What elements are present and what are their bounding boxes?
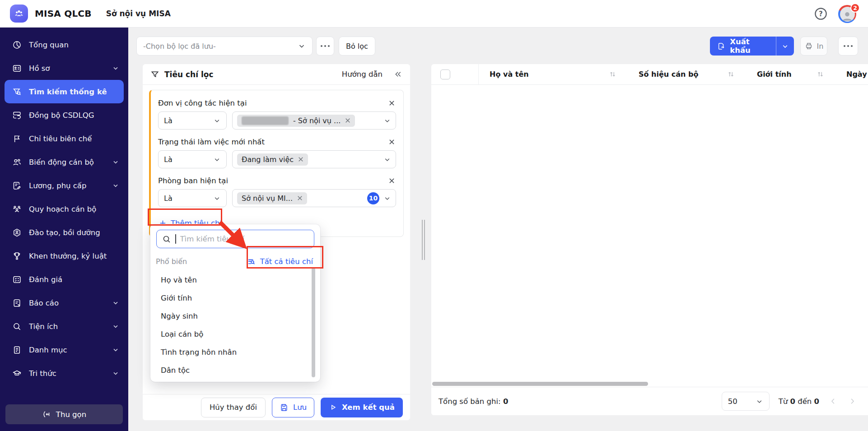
- dropdown-scrollbar[interactable]: [312, 268, 315, 377]
- sidebar-item-danh-gia[interactable]: Đánh giá: [0, 268, 128, 291]
- horizontal-scrollbar-thumb[interactable]: [432, 382, 648, 386]
- remove-criterion-icon[interactable]: [387, 99, 396, 107]
- sidebar-item-tong-quan[interactable]: Tổng quan: [0, 33, 128, 56]
- search-icon: [12, 322, 22, 331]
- chevron-down-icon: [781, 42, 789, 50]
- salary-doc-icon: [12, 181, 22, 190]
- value-multiselect[interactable]: Đang làm việc: [232, 150, 396, 168]
- criterion-header: Đơn vị công tác hiện tại: [158, 96, 396, 110]
- column-header-so-hieu-can-bo[interactable]: Số hiệu cán bộ: [628, 64, 746, 84]
- sort-icon[interactable]: [609, 71, 616, 78]
- pagination: 50 Từ 0 đến 0: [722, 392, 857, 411]
- sidebar-item-danh-muc[interactable]: Danh mục: [0, 338, 128, 361]
- printer-icon: [804, 42, 813, 51]
- chevron-down-icon: [112, 370, 119, 377]
- remove-chip-icon[interactable]: [345, 118, 350, 123]
- sort-icon[interactable]: [728, 71, 734, 78]
- sidebar-item-tien-ich[interactable]: Tiện ích: [0, 315, 128, 338]
- column-header-ho-va-ten[interactable]: Họ và tên: [479, 64, 628, 84]
- filter-panel-title: Tiêu chí lọc: [164, 70, 337, 79]
- org-name[interactable]: Sở nội vụ MISA: [106, 9, 171, 18]
- filter-chip: Đang làm việc: [237, 153, 308, 166]
- sidebar-item-dong-bo-csdlqg[interactable]: Đồng bộ CSDLQG: [0, 103, 128, 127]
- chevron-down-icon: [383, 156, 391, 163]
- chevron-down-icon: [112, 299, 119, 306]
- chevron-down-icon: [756, 398, 763, 405]
- sidebar-item-dao-tao-boi-duong[interactable]: Đào tạo, bồi dưỡng: [0, 221, 128, 244]
- criterion-label: Phòng ban hiện tại: [158, 176, 228, 185]
- criteria-option[interactable]: Loại cán bộ: [150, 325, 320, 343]
- sort-icon[interactable]: [817, 71, 824, 78]
- table-header-row: Họ và tên Số hiệu cán bộ Giới tính Ngày …: [431, 64, 868, 85]
- saved-filter-placeholder: -Chọn bộ lọc đã lưu-: [143, 42, 298, 51]
- criterion-row: Là Đang làm việc: [158, 150, 396, 168]
- collapse-panel-icon[interactable]: [394, 70, 402, 79]
- page-size-select[interactable]: 50: [722, 392, 770, 411]
- play-icon: [329, 403, 337, 412]
- sidebar-item-khen-thuong-ky-luat[interactable]: Khen thưởng, kỷ luật: [0, 244, 128, 268]
- next-page-icon[interactable]: [847, 396, 857, 406]
- chevron-down-icon: [112, 346, 119, 353]
- operator-select[interactable]: Là: [158, 111, 227, 130]
- export-split-button: Xuất khẩu: [710, 37, 794, 56]
- total-records-value: 0: [503, 397, 508, 406]
- more-actions-button[interactable]: [838, 37, 858, 56]
- export-button[interactable]: Xuất khẩu: [710, 37, 776, 56]
- saved-filter-select[interactable]: -Chọn bộ lọc đã lưu-: [136, 37, 313, 56]
- sidebar-item-chi-tieu-bien-che[interactable]: Chỉ tiêu biên chế: [0, 127, 128, 150]
- guide-link[interactable]: Hướng dẫn: [342, 70, 383, 79]
- value-multiselect[interactable]: - Sở nội vụ ...: [232, 111, 396, 130]
- user-avatar[interactable]: 2: [838, 4, 858, 23]
- previous-page-icon[interactable]: [828, 396, 838, 406]
- sidebar-item-ho-so[interactable]: Hồ sơ: [0, 56, 128, 80]
- sidebar-item-luong-phu-cap[interactable]: Lương, phụ cấp: [0, 174, 128, 197]
- clear-filter-button[interactable]: Bỏ lọc: [339, 37, 375, 56]
- remove-criterion-icon[interactable]: [387, 176, 396, 185]
- view-results-button[interactable]: Xem kết quả: [321, 398, 403, 417]
- chevron-down-icon: [298, 42, 306, 50]
- operator-select[interactable]: Là: [158, 150, 227, 168]
- text-caret: [175, 234, 176, 244]
- chevron-down-icon: [112, 65, 119, 72]
- funnel-icon: [150, 70, 159, 79]
- criteria-option[interactable]: Ngày sinh: [150, 307, 320, 325]
- selected-count-badge: 10: [367, 192, 379, 204]
- chevron-down-icon: [213, 195, 221, 202]
- remove-chip-icon[interactable]: [297, 195, 303, 201]
- app-name: MISA QLCB: [35, 8, 92, 19]
- remove-chip-icon[interactable]: [298, 157, 303, 162]
- criterion-label: Trạng thái làm việc mới nhất: [158, 138, 265, 146]
- panel-resize-handle[interactable]: [422, 220, 425, 260]
- chevron-down-icon: [112, 182, 119, 189]
- export-dropdown-button[interactable]: [776, 37, 794, 56]
- database-sync-icon: [12, 111, 22, 120]
- print-button[interactable]: In: [800, 37, 827, 56]
- select-all-checkbox[interactable]: [440, 70, 450, 79]
- criteria-search-input[interactable]: [180, 235, 309, 243]
- criteria-option[interactable]: Họ và tên: [150, 271, 320, 289]
- operator-select[interactable]: Là: [158, 189, 227, 207]
- app-logo[interactable]: [10, 5, 28, 23]
- people-group-icon: [14, 8, 24, 19]
- save-filter-button[interactable]: Lưu: [272, 398, 314, 417]
- criteria-option[interactable]: Tình trạng hôn nhân: [150, 343, 320, 361]
- value-multiselect[interactable]: Sở nội vụ MI... 10: [232, 189, 396, 207]
- cancel-changes-button[interactable]: Hủy thay đổi: [201, 398, 266, 417]
- sidebar-item-bien-dong-can-bo[interactable]: Biến động cán bộ: [0, 150, 128, 174]
- flag-icon: [12, 134, 22, 144]
- saved-filter-more-button[interactable]: [316, 37, 334, 56]
- criteria-option[interactable]: Dân tộc: [150, 361, 320, 379]
- criteria-search-box: [156, 230, 314, 248]
- remove-criterion-icon[interactable]: [387, 138, 396, 146]
- collapse-sidebar-button[interactable]: Thu gọn: [5, 404, 123, 424]
- sidebar-item-tim-kiem-thong-ke[interactable]: Tìm kiếm thống kê: [5, 80, 124, 103]
- all-criteria-button[interactable]: Tất cả tiêu chí: [247, 257, 313, 266]
- sidebar-item-bao-cao[interactable]: Báo cáo: [0, 291, 128, 315]
- help-icon[interactable]: ?: [814, 7, 827, 20]
- column-header-gioi-tinh[interactable]: Giới tính: [746, 64, 835, 84]
- sidebar-item-quy-hoach-can-bo[interactable]: Quy hoạch cán bộ: [0, 197, 128, 221]
- sidebar-item-tri-thuc[interactable]: Tri thức: [0, 361, 128, 385]
- column-header-ngay-sinh[interactable]: Ngày sinh: [835, 64, 868, 84]
- criteria-option[interactable]: Giới tính: [150, 289, 320, 307]
- notification-badge[interactable]: 2: [850, 3, 860, 13]
